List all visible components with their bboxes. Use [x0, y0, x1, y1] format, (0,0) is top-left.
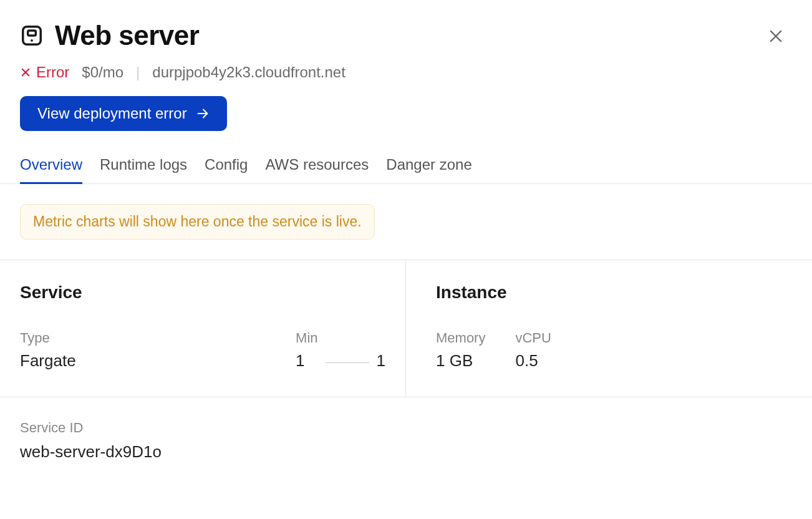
server-icon [20, 21, 44, 51]
service-id-value: web-server-dx9D1o [20, 442, 792, 462]
service-id-panel: Service ID web-server-dx9D1o [0, 397, 812, 462]
arrow-right-icon [196, 107, 210, 120]
type-label: Type [20, 330, 266, 346]
vcpu-label: vCPU [515, 330, 551, 346]
divider: | [136, 64, 140, 81]
service-panel: Service Type Fargate Min 1 1 [0, 260, 406, 397]
metrics-notice: Metric charts will show here once the se… [20, 204, 375, 240]
service-title: Service [20, 283, 385, 303]
price-text: $0/mo [82, 64, 123, 81]
max-value: 1 [377, 351, 385, 371]
cta-label: View deployment error [37, 105, 187, 122]
min-label: Min [296, 330, 317, 346]
memory-value: 1 GB [436, 351, 485, 371]
page-title: Web server [55, 20, 199, 51]
info-grid: Service Type Fargate Min 1 1 [0, 260, 812, 397]
hostname-link[interactable]: durpjpob4y2k3.cloudfront.net [152, 64, 346, 81]
service-id-label: Service ID [20, 420, 792, 436]
status-text: Error [36, 64, 69, 81]
tab-bar: Overview Runtime logs Config AWS resourc… [0, 156, 812, 184]
type-value: Fargate [20, 351, 266, 371]
error-icon [20, 67, 31, 78]
range-line [326, 362, 369, 363]
svg-rect-1 [28, 31, 36, 36]
tab-aws-resources[interactable]: AWS resources [265, 156, 369, 184]
status-row: Error $0/mo | durpjpob4y2k3.cloudfront.n… [20, 64, 792, 81]
tab-overview[interactable]: Overview [20, 156, 82, 184]
vcpu-value: 0.5 [515, 351, 551, 371]
instance-panel: Instance Memory 1 GB vCPU 0.5 [406, 260, 812, 397]
instance-title: Instance [436, 283, 792, 303]
close-icon [767, 27, 785, 45]
min-value: 1 [296, 351, 317, 371]
memory-label: Memory [436, 330, 485, 346]
tab-config[interactable]: Config [205, 156, 248, 184]
svg-point-2 [31, 39, 33, 42]
close-button[interactable] [766, 26, 786, 46]
page-header: Web server [20, 20, 792, 51]
tab-danger-zone[interactable]: Danger zone [386, 156, 471, 184]
view-deployment-error-button[interactable]: View deployment error [20, 96, 227, 131]
tab-runtime-logs[interactable]: Runtime logs [100, 156, 187, 184]
scale-range: Min 1 1 [296, 330, 385, 371]
status-badge: Error [20, 64, 69, 81]
